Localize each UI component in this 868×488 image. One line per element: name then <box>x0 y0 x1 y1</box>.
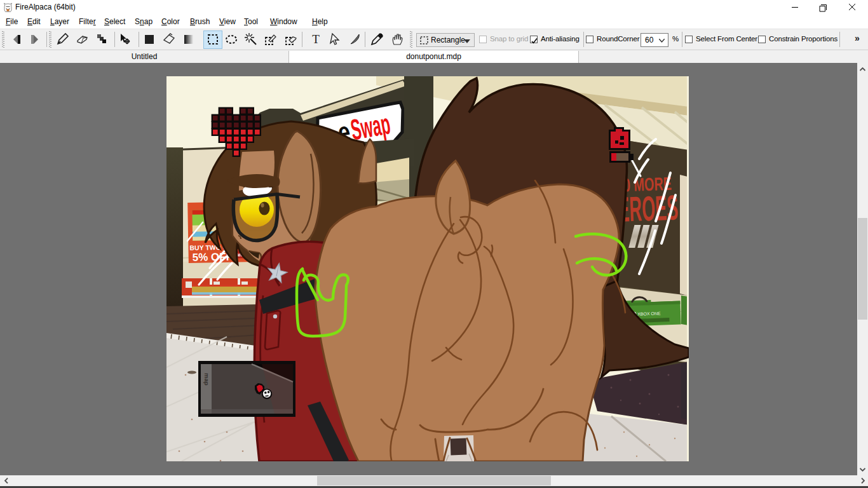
svg-text:map: map <box>203 373 210 386</box>
svg-text:XBOX ONE: XBOX ONE <box>637 311 661 316</box>
svg-text:T: T <box>312 32 320 46</box>
